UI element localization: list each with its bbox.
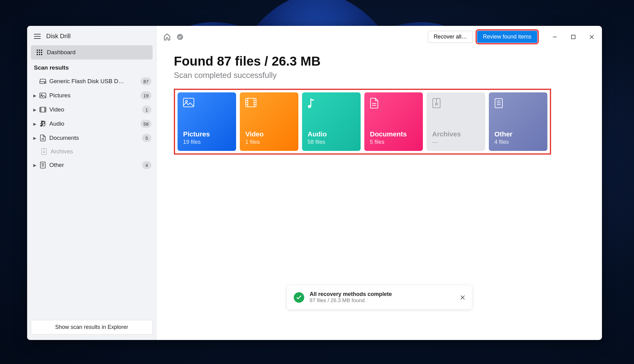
tree-other[interactable]: ▶ Other 4: [27, 158, 156, 172]
tree-pictures-badge: 19: [141, 91, 151, 99]
tree-other-badge: 4: [142, 161, 151, 169]
nav-dashboard[interactable]: Dashboard: [31, 45, 153, 59]
tree-audio-badge: 58: [141, 120, 151, 128]
home-icon[interactable]: [163, 33, 171, 41]
video-icon: [39, 106, 46, 113]
tree-video-label: Video: [49, 106, 139, 113]
headline: Found 87 files / 26.3 MB: [174, 54, 585, 69]
svg-rect-2: [41, 50, 42, 51]
check-icon: [294, 292, 304, 303]
chevron-right-icon: ▶: [33, 122, 36, 126]
card-documents-count: 5 files: [370, 139, 417, 145]
chevron-right-icon: ▶: [33, 93, 36, 98]
toast-notification: All recovery methods complete 87 files /…: [287, 285, 472, 309]
recover-all-button[interactable]: Recover all…: [428, 31, 473, 43]
tree-archives[interactable]: Archives: [27, 145, 156, 158]
card-video-title: Video: [245, 130, 293, 138]
toast-subtitle: 87 files / 26.3 MB found: [310, 297, 392, 304]
tree-audio-label: Audio: [49, 120, 137, 127]
documents-icon: [370, 98, 381, 109]
show-in-explorer-button[interactable]: Show scan results in Explorer: [31, 320, 153, 334]
svg-rect-7: [39, 54, 40, 55]
card-documents[interactable]: Documents 5 files: [364, 92, 423, 151]
chevron-right-icon: ▶: [33, 163, 36, 168]
review-found-items-button[interactable]: Review found items: [477, 31, 537, 43]
card-archives-title: Archives: [432, 130, 480, 138]
tree-video[interactable]: ▶ Video 1: [27, 103, 156, 117]
card-audio-count: 58 files: [308, 139, 355, 145]
tree-drive-label: Generic Flash Disk USB D…: [49, 78, 137, 85]
archives-icon: [41, 148, 47, 155]
other-icon: [494, 98, 505, 109]
minimize-icon[interactable]: [551, 33, 559, 41]
card-audio-title: Audio: [308, 130, 355, 138]
card-video-count: 1 files: [245, 139, 293, 145]
app-title: Disk Drill: [46, 33, 71, 40]
pictures-icon: [39, 92, 46, 99]
window-controls: [551, 33, 596, 41]
tree-documents-badge: 5: [142, 134, 151, 142]
hamburger-icon[interactable]: [34, 34, 41, 39]
tree-drive[interactable]: Generic Flash Disk USB D… 87: [27, 74, 156, 88]
pictures-icon: [183, 98, 194, 109]
maximize-icon[interactable]: [569, 33, 577, 41]
tree-documents[interactable]: ▶ Documents 5: [27, 131, 156, 145]
card-audio[interactable]: Audio 58 files: [302, 92, 361, 151]
svg-rect-54: [436, 103, 437, 105]
documents-icon: [39, 135, 46, 141]
tree-drive-badge: 87: [141, 77, 151, 85]
sidebar-footer: Show scan results in Explorer: [27, 317, 156, 340]
svg-rect-6: [37, 54, 38, 55]
svg-rect-28: [40, 162, 45, 168]
svg-rect-34: [571, 35, 575, 39]
svg-rect-4: [39, 52, 40, 53]
tree-archives-label: Archives: [51, 148, 151, 155]
svg-rect-27: [43, 152, 45, 153]
audio-icon: [308, 98, 319, 109]
tree-pictures-label: Pictures: [49, 92, 137, 99]
svg-point-38: [186, 100, 187, 102]
tree-pictures[interactable]: ▶ Pictures 19: [27, 88, 156, 103]
svg-rect-0: [37, 50, 38, 51]
video-icon: [245, 98, 256, 109]
nav-dashboard-label: Dashboard: [47, 49, 76, 56]
category-cards: Pictures 19 files Video 1 files Audio 58…: [174, 89, 551, 155]
chevron-right-icon: ▶: [33, 136, 36, 140]
card-pictures-count: 19 files: [183, 139, 231, 145]
drive-icon: [39, 78, 46, 85]
svg-point-10: [44, 82, 45, 83]
svg-rect-1: [39, 50, 40, 51]
tree-video-badge: 1: [142, 106, 151, 114]
svg-rect-8: [41, 54, 42, 55]
sidebar-header: Disk Drill: [27, 26, 156, 45]
card-archives[interactable]: Archives —: [427, 92, 485, 151]
svg-rect-11: [40, 93, 46, 98]
tree-documents-label: Documents: [49, 135, 139, 141]
card-other-count: 4 files: [494, 139, 542, 145]
grid-icon: [36, 49, 43, 55]
section-scan-results: Scan results: [27, 59, 156, 74]
main-panel: Recover all… Review found items Found 87…: [157, 26, 602, 340]
toast-close-icon[interactable]: [460, 295, 465, 300]
toast-body: All recovery methods complete 87 files /…: [310, 291, 392, 304]
card-pictures-title: Pictures: [183, 130, 231, 138]
close-icon[interactable]: [588, 33, 596, 41]
tree-other-label: Other: [49, 162, 139, 168]
card-other-title: Other: [494, 130, 542, 138]
svg-rect-5: [41, 52, 42, 53]
check-badge-icon[interactable]: [176, 33, 184, 41]
sidebar: Disk Drill Dashboard Scan results Generi…: [27, 26, 157, 340]
card-archives-count: —: [432, 139, 480, 145]
card-documents-title: Documents: [370, 130, 417, 138]
card-pictures[interactable]: Pictures 19 files: [178, 92, 236, 151]
audio-icon: [39, 120, 46, 127]
svg-rect-3: [37, 52, 38, 53]
card-video[interactable]: Video 1 files: [240, 92, 298, 151]
tree-audio[interactable]: ▶ Audio 58: [27, 117, 156, 131]
other-icon: [39, 162, 46, 168]
toolbar: Recover all… Review found items: [157, 26, 602, 48]
toast-title: All recovery methods complete: [310, 291, 392, 297]
content: Found 87 files / 26.3 MB Scan completed …: [157, 48, 602, 161]
svg-rect-37: [183, 98, 194, 107]
card-other[interactable]: Other 4 files: [489, 92, 547, 151]
